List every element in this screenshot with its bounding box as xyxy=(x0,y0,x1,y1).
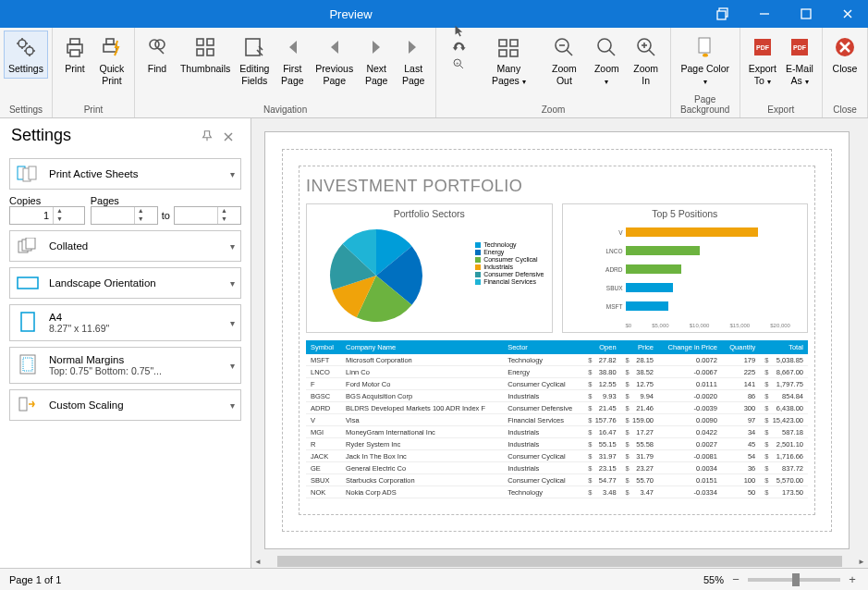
firstpage-button[interactable]: FirstPage xyxy=(274,31,311,90)
statusbar: Page 1 of 1 55% − + xyxy=(0,568,868,590)
ribbon-group-label: Print xyxy=(53,103,134,117)
paper-size-dropdown[interactable]: A4 8.27" x 11.69" ▾ xyxy=(9,304,241,341)
pages-from-input[interactable] xyxy=(92,210,134,221)
svg-point-6 xyxy=(18,40,26,47)
close-panel-icon[interactable] xyxy=(223,128,239,144)
pointer-button[interactable]: + xyxy=(440,31,477,67)
pie-chart: Portfolio Sectors TechnologyEnergyConsum… xyxy=(306,203,553,333)
print-what-dropdown[interactable]: Print Active Sheets ▾ xyxy=(9,158,241,190)
scaling-icon xyxy=(16,392,42,418)
margins-dropdown[interactable]: Normal Margins Top: 0.75" Bottom: 0.75".… xyxy=(9,347,241,384)
preview-area[interactable]: INVESTMENT PORTFOLIO Portfolio Sectors T… xyxy=(251,118,868,568)
exportto-icon: PDF xyxy=(750,34,776,60)
svg-rect-49 xyxy=(29,166,36,179)
zoom-out-button[interactable]: − xyxy=(729,573,742,586)
restore-down-icon[interactable] xyxy=(702,0,743,28)
thumbnails-button[interactable]: Thumbnails xyxy=(176,31,235,79)
zoom-button[interactable]: Zoom ▾ xyxy=(588,31,625,90)
find-button[interactable]: Find xyxy=(139,31,176,79)
emailas-button[interactable]: PDFE-MailAs ▾ xyxy=(781,31,818,90)
editfields-icon xyxy=(241,34,267,60)
pages-from-spinner[interactable]: ▲▼ xyxy=(91,206,158,225)
pages-to-spinner[interactable]: ▲▼ xyxy=(174,206,241,225)
print-button[interactable]: Print xyxy=(56,31,93,79)
nextpage-button[interactable]: NextPage xyxy=(358,31,395,90)
col-header: Price xyxy=(621,340,658,354)
copies-spinner[interactable]: ▲▼ xyxy=(9,206,85,225)
svg-rect-25 xyxy=(510,40,518,46)
pagecolor-button[interactable]: Page Color ▾ xyxy=(675,31,736,90)
nextpage-icon xyxy=(363,34,389,60)
zoom-slider[interactable] xyxy=(748,578,840,582)
svg-rect-57 xyxy=(19,398,27,411)
svg-point-31 xyxy=(598,39,611,52)
svg-rect-54 xyxy=(21,313,34,331)
table-row: GEGeneral Electric CoIndustrials23.1523.… xyxy=(306,462,808,474)
table-row: MSFTMicrosoft CorporationTechnology27.82… xyxy=(306,354,808,366)
svg-rect-27 xyxy=(510,50,518,56)
svg-rect-24 xyxy=(499,40,507,46)
bar-row: MSFT xyxy=(600,299,799,313)
svg-rect-10 xyxy=(70,50,79,56)
collation-dropdown[interactable]: Collated ▾ xyxy=(9,230,241,262)
landscape-icon xyxy=(16,270,42,296)
scaling-dropdown[interactable]: Custom Scaling ▾ xyxy=(9,389,241,421)
zoomin-icon xyxy=(633,34,659,60)
pages-to-input[interactable] xyxy=(175,210,217,221)
maximize-icon[interactable] xyxy=(785,0,826,28)
pointer-icon: + xyxy=(446,34,471,60)
window-title: Preview xyxy=(0,7,702,21)
quickprint-button[interactable]: QuickPrint xyxy=(93,31,130,90)
svg-point-7 xyxy=(26,47,33,55)
zoomout-button[interactable]: Zoom Out xyxy=(541,31,589,90)
svg-text:PDF: PDF xyxy=(793,44,807,51)
settings-icon xyxy=(13,34,39,60)
page-icon xyxy=(16,310,42,336)
svg-rect-52 xyxy=(26,238,35,249)
ribbon-group-label: Close xyxy=(823,103,867,117)
zoom-icon xyxy=(593,34,619,60)
legend-item: Industrials xyxy=(475,264,544,270)
zoom-in-button[interactable]: + xyxy=(846,573,859,586)
table-row: NOKNokia Corp ADSTechnology3.483.47-0.03… xyxy=(306,486,808,498)
orientation-dropdown[interactable]: Landscape Orientation ▾ xyxy=(9,267,241,299)
prevpage-icon xyxy=(322,34,348,60)
table-row: FFord Motor CoConsumer Cyclical12.5512.7… xyxy=(306,378,808,390)
svg-rect-18 xyxy=(197,49,203,55)
pin-icon[interactable] xyxy=(201,128,217,144)
svg-rect-16 xyxy=(197,39,203,45)
page-indicator: Page 1 of 1 xyxy=(9,574,61,585)
portfolio-table: SymbolCompany NameSectorOpenPriceChange … xyxy=(306,340,808,498)
horizontal-scrollbar[interactable]: ◄ ► xyxy=(251,555,868,568)
lastpage-button[interactable]: LastPage xyxy=(395,31,432,90)
close-button[interactable]: Close xyxy=(826,31,863,79)
page[interactable]: INVESTMENT PORTFOLIO Portfolio Sectors T… xyxy=(264,131,850,549)
editfields-button[interactable]: EditingFields xyxy=(235,31,274,90)
legend-item: Consumer Defensive xyxy=(475,271,544,277)
minimize-icon[interactable] xyxy=(743,0,785,28)
zoomin-button[interactable]: Zoom In xyxy=(625,31,666,90)
close-icon[interactable] xyxy=(826,0,868,28)
copies-input[interactable] xyxy=(10,210,53,221)
zoomout-icon xyxy=(551,34,577,60)
table-row: VVisaFinancial Services157.76159.000.009… xyxy=(306,414,808,426)
prevpage-button[interactable]: PreviousPage xyxy=(311,31,358,90)
manypages-button[interactable]: Many Pages ▾ xyxy=(477,31,540,90)
svg-line-22 xyxy=(459,65,463,68)
settings-title: Settings xyxy=(11,126,195,145)
emailas-icon: PDF xyxy=(787,34,813,60)
exportto-button[interactable]: PDFExportTo ▾ xyxy=(744,31,781,90)
titlebar: Preview xyxy=(0,0,868,28)
ribbon: SettingsSettingsPrintQuickPrintPrintFind… xyxy=(0,28,868,118)
legend-item: Technology xyxy=(475,241,544,248)
settings-button[interactable]: Settings xyxy=(4,31,48,79)
print-icon xyxy=(62,34,88,60)
svg-line-32 xyxy=(609,50,615,55)
table-row: RRyder System IncIndustrials55.1555.580.… xyxy=(306,438,808,450)
legend-item: Consumer Cyclical xyxy=(475,256,544,263)
bar-row: SBUX xyxy=(600,280,799,295)
pages-label: Pages xyxy=(91,195,241,206)
bar-chart: Top 5 Positions VLNCOADRDSBUXMSFT $0$5,0… xyxy=(562,203,809,333)
svg-line-29 xyxy=(567,50,572,55)
collated-icon xyxy=(16,233,42,259)
